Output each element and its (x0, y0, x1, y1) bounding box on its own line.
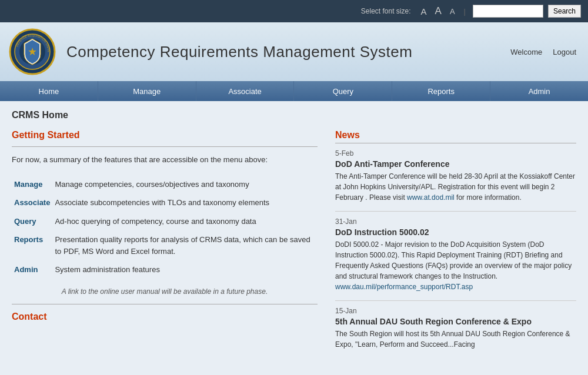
table-row: Admin System administration features (12, 260, 318, 279)
news-item-1: 5-Feb DoD Anti-Tamper Conference The Ant… (335, 149, 576, 203)
table-row: Associate Associate subcompetencies with… (12, 193, 318, 212)
nav-query[interactable]: Query (294, 81, 392, 101)
news-item-2: 31-Jan DoD Instruction 5000.02 DoDI 5000… (335, 217, 576, 292)
news-body-after-1: for more information. (455, 193, 522, 202)
main-content: CRMS Home Getting Started For now, a sum… (0, 101, 588, 367)
user-manual-note: A link to the online user manual will be… (12, 287, 318, 296)
news-body-text-2: DoDI 5000.02 - Major revision to the DoD… (335, 240, 572, 280)
menu-desc-query: Ad-hoc querying of competency, course an… (52, 212, 318, 231)
nav-home[interactable]: Home (0, 81, 98, 101)
getting-started-title: Getting Started (12, 130, 318, 140)
content-layout: Getting Started For now, a summary of th… (12, 130, 576, 358)
font-size-large[interactable]: A (450, 7, 455, 16)
menu-table: Manage Manage competencies, courses/obje… (12, 175, 318, 279)
news-divider-2 (335, 300, 576, 301)
news-divider-top (335, 143, 576, 143)
table-row: Manage Manage competencies, courses/obje… (12, 175, 318, 194)
nav-manage[interactable]: Manage (98, 81, 196, 101)
menu-link-reports[interactable]: Reports (14, 235, 43, 244)
search-input[interactable] (473, 5, 543, 18)
contact-title: Contact (12, 312, 318, 322)
font-size-small[interactable]: A (421, 6, 427, 16)
page-title: CRMS Home (12, 110, 576, 120)
top-bar: Select font size: A A A | Search (0, 0, 588, 22)
news-link-2[interactable]: www.dau.mil/performance_support/RDT.asp (335, 283, 473, 291)
news-date-1: 5-Feb (335, 149, 576, 158)
menu-desc-reports: Presentation quality reports for analysi… (52, 230, 318, 260)
top-divider: | (464, 7, 466, 16)
news-link-1[interactable]: www.at.dod.mil (407, 193, 455, 202)
header: ★ DEFENSE ACQUISITION UNIVERSITY Compete… (0, 22, 588, 81)
search-button[interactable]: Search (548, 5, 581, 18)
news-headline-2: DoD Instruction 5000.02 (335, 227, 576, 237)
news-body-1: The Anti-Tamper Conference will be held … (335, 171, 576, 203)
main-nav: Home Manage Associate Query Reports Admi… (0, 81, 588, 101)
svg-text:★: ★ (28, 46, 37, 58)
nav-reports[interactable]: Reports (392, 81, 490, 101)
news-body-text-3: The South Region will host its 5th Annua… (335, 330, 570, 349)
menu-desc-admin: System administration features (52, 260, 318, 279)
left-column: Getting Started For now, a summary of th… (12, 130, 318, 327)
nav-admin[interactable]: Admin (490, 81, 588, 101)
news-date-3: 15-Jan (335, 307, 576, 315)
left-divider-bottom (12, 304, 318, 304)
news-date-2: 31-Jan (335, 217, 576, 226)
news-headline-3: 5th Annual DAU South Region Conference &… (335, 317, 576, 326)
site-title: Competency Requirements Management Syste… (66, 43, 412, 61)
font-size-label: Select font size: (361, 7, 411, 15)
logout-link[interactable]: Logout (553, 48, 576, 56)
table-row: Query Ad-hoc querying of competency, cou… (12, 212, 318, 231)
menu-desc-associate: Associate subcompetencies with TLOs and … (52, 193, 318, 212)
news-title: News (335, 130, 576, 140)
welcome-link[interactable]: Welcome (510, 48, 542, 56)
menu-link-manage[interactable]: Manage (14, 180, 42, 189)
menu-link-associate[interactable]: Associate (14, 198, 50, 207)
left-divider-top (12, 146, 318, 147)
news-body-2: DoDI 5000.02 - Major revision to the DoD… (335, 239, 576, 292)
header-right: Welcome Logout (510, 48, 576, 56)
nav-associate[interactable]: Associate (196, 81, 295, 101)
font-size-medium[interactable]: A (435, 5, 442, 17)
logo: ★ DEFENSE ACQUISITION UNIVERSITY (9, 28, 56, 75)
menu-link-query[interactable]: Query (14, 217, 36, 226)
right-column: News 5-Feb DoD Anti-Tamper Conference Th… (335, 130, 576, 358)
intro-text: For now, a summary of the features that … (12, 154, 318, 166)
news-body-3: The South Region will host its 5th Annua… (335, 329, 576, 350)
menu-link-admin[interactable]: Admin (14, 265, 38, 274)
news-divider-1 (335, 211, 576, 212)
menu-desc-manage: Manage competencies, courses/objectives … (52, 175, 318, 194)
news-headline-1: DoD Anti-Tamper Conference (335, 159, 576, 169)
news-item-3: 15-Jan 5th Annual DAU South Region Confe… (335, 307, 576, 350)
table-row: Reports Presentation quality reports for… (12, 230, 318, 260)
